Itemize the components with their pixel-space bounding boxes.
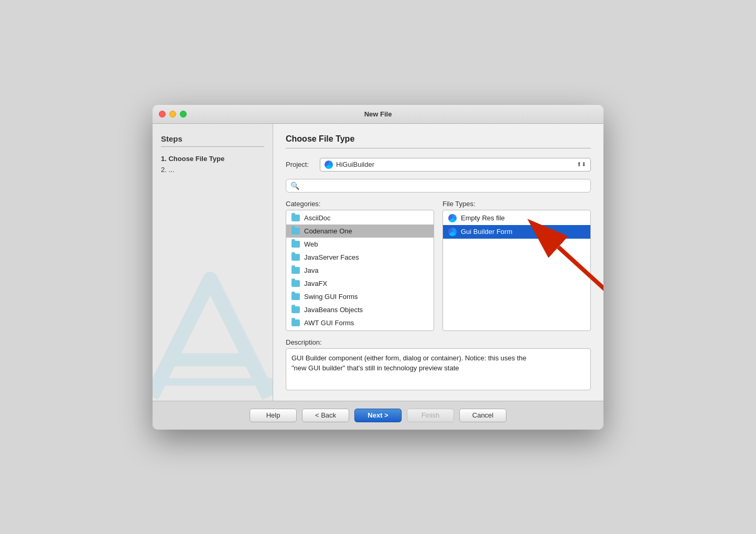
list-item[interactable]: Gui Builder Form xyxy=(443,225,590,239)
folder-icon xyxy=(291,254,300,261)
list-item[interactable]: AsciiDoc xyxy=(286,211,434,225)
dialog-footer: Help < Back Next > Finish Cancel xyxy=(153,401,603,430)
folder-icon xyxy=(291,306,300,313)
list-item[interactable]: AWT GUI Forms xyxy=(286,316,434,329)
folder-icon xyxy=(291,293,300,300)
minimize-button[interactable] xyxy=(169,111,176,118)
project-select[interactable]: HiGuiBuilder ⬆⬇ xyxy=(320,158,591,172)
project-value: HiGuiBuilder xyxy=(336,161,374,168)
list-item[interactable]: Java xyxy=(286,264,434,277)
step-1-label: Choose File Type xyxy=(168,155,224,163)
category-label: Swing GUI Forms xyxy=(304,293,358,301)
steps-heading: Steps xyxy=(161,134,264,147)
back-button[interactable]: < Back xyxy=(302,409,349,422)
categories-list-box: AsciiDoc Codename One Web xyxy=(286,210,434,331)
step-2-number: 2. xyxy=(161,166,168,174)
category-label: JavaBeans Objects xyxy=(304,306,363,314)
file-types-section: File Types: Empty Res file Gui Builder F… xyxy=(442,200,591,331)
category-label: Web xyxy=(304,240,318,248)
list-item[interactable]: JavaFX xyxy=(286,277,434,290)
category-label: AsciiDoc xyxy=(304,214,331,222)
section-title: Choose File Type xyxy=(286,134,591,148)
list-item[interactable]: JavaServer Faces xyxy=(286,251,434,264)
project-icon xyxy=(325,161,333,169)
list-item[interactable]: Web xyxy=(286,238,434,251)
new-file-dialog: New File Steps 1. Choose File Type 2. ..… xyxy=(153,105,603,430)
dialog-title: New File xyxy=(364,110,392,118)
close-button[interactable] xyxy=(159,111,166,118)
file-types-list-box: Empty Res file Gui Builder Form xyxy=(442,210,591,331)
categories-list-inner[interactable]: AsciiDoc Codename One Web xyxy=(286,210,434,330)
titlebar: New File xyxy=(153,105,603,124)
category-label: AWT GUI Forms xyxy=(304,319,354,327)
cancel-button[interactable]: Cancel xyxy=(459,409,506,422)
file-types-label: File Types: xyxy=(442,200,591,208)
folder-icon xyxy=(291,241,300,248)
description-label: Description: xyxy=(286,338,591,346)
steps-list: 1. Choose File Type 2. ... xyxy=(161,153,264,175)
folder-icon xyxy=(291,228,300,234)
step-1: 1. Choose File Type xyxy=(161,153,264,164)
main-content: Choose File Type Project: HiGuiBuilder ⬆… xyxy=(273,124,603,401)
project-row: Project: HiGuiBuilder ⬆⬇ xyxy=(286,158,591,172)
file-types-list-inner[interactable]: Empty Res file Gui Builder Form xyxy=(443,210,590,330)
search-icon: 🔍 xyxy=(290,181,299,190)
project-label: Project: xyxy=(286,161,315,168)
lists-row: Categories: AsciiDoc Codename One xyxy=(286,200,591,331)
category-label: Java xyxy=(304,266,318,274)
select-arrow-icon: ⬆⬇ xyxy=(577,161,586,168)
category-label: JavaServer Faces xyxy=(304,253,359,261)
folder-icon xyxy=(291,267,300,274)
categories-label: Categories: xyxy=(286,200,434,208)
search-box[interactable]: 🔍 xyxy=(286,179,591,193)
steps-sidebar: Steps 1. Choose File Type 2. ... xyxy=(153,124,273,401)
folder-icon xyxy=(291,280,300,287)
help-button[interactable]: Help xyxy=(250,409,297,422)
file-type-label: Empty Res file xyxy=(461,214,505,222)
search-input[interactable] xyxy=(303,181,586,189)
step-1-number: 1. xyxy=(161,155,168,163)
step-2: 2. ... xyxy=(161,164,264,175)
categories-section: Categories: AsciiDoc Codename One xyxy=(286,200,434,331)
window-controls xyxy=(159,111,187,118)
description-text: GUI Builder component (either form, dial… xyxy=(291,354,526,372)
file-type-icon xyxy=(448,214,457,222)
description-section: Description: GUI Builder component (eith… xyxy=(286,338,591,390)
finish-button: Finish xyxy=(407,409,454,422)
file-type-label: Gui Builder Form xyxy=(461,228,512,236)
list-item[interactable]: Empty Res file xyxy=(443,211,590,225)
list-item[interactable]: Swing GUI Forms xyxy=(286,290,434,303)
file-type-icon xyxy=(448,228,457,236)
description-box: GUI Builder component (either form, dial… xyxy=(286,348,591,390)
next-button[interactable]: Next > xyxy=(354,409,402,422)
folder-icon xyxy=(291,319,300,326)
list-item[interactable]: JavaBeans Objects xyxy=(286,303,434,316)
maximize-button[interactable] xyxy=(180,111,187,118)
category-label: JavaFX xyxy=(304,280,327,287)
folder-icon xyxy=(291,215,300,221)
dialog-body: Steps 1. Choose File Type 2. ... Choo xyxy=(153,124,603,401)
step-2-label: ... xyxy=(168,166,174,174)
watermark-icon xyxy=(153,264,273,401)
list-item[interactable]: Codename One xyxy=(286,225,434,238)
category-label: Codename One xyxy=(304,227,352,235)
lists-wrapper: Categories: AsciiDoc Codename One xyxy=(286,200,591,331)
